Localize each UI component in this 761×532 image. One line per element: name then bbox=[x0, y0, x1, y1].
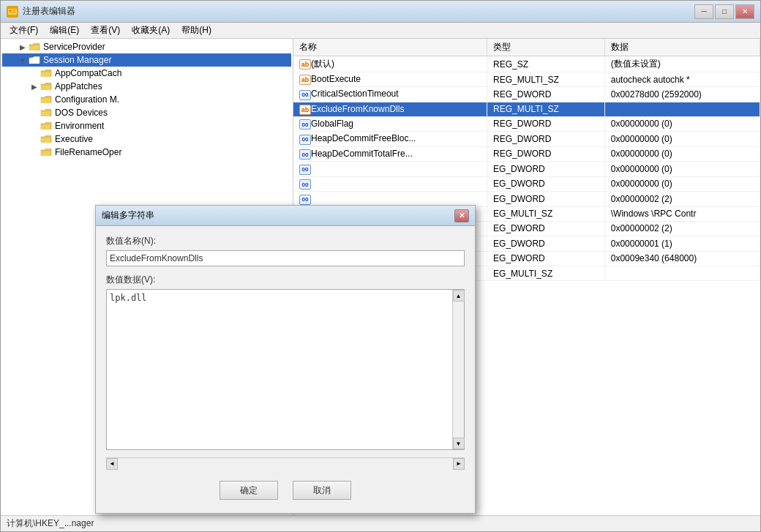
tree-item-label: ServiceProvider bbox=[43, 42, 105, 52]
dialog-close-button[interactable]: ✕ bbox=[454, 209, 469, 222]
table-row[interactable]: 00HeapDeCommitTotalFre...REG_DWORD0x0000… bbox=[293, 146, 760, 162]
tree-toggle bbox=[29, 149, 40, 157]
dialog-cancel-button[interactable]: 取消 bbox=[293, 481, 351, 500]
edit-dialog[interactable]: 编辑多字符串 ✕ 数值名称(N): 数值数据(V): ▲ ▼ ◄ ► 确定 bbox=[95, 205, 476, 514]
cell-type: REG_DWORD bbox=[487, 146, 605, 162]
cell-type: EG_DWORD bbox=[487, 176, 605, 192]
table-row[interactable]: 00EG_DWORD0x00000002 (2) bbox=[293, 192, 760, 207]
cell-type: REG_DWORD bbox=[487, 87, 605, 102]
tree-toggle bbox=[29, 96, 40, 104]
table-row[interactable]: 00EG_DWORD0x00000000 (0) bbox=[293, 176, 760, 192]
cell-type: EG_MULTI_SZ bbox=[487, 266, 605, 281]
tree-toggle bbox=[29, 122, 40, 130]
table-row[interactable]: 00CriticalSectionTimeoutREG_DWORD0x00278… bbox=[293, 87, 760, 102]
tree-item-filerename[interactable]: FileRenameOper bbox=[2, 146, 291, 159]
table-row[interactable]: 00GlobalFlagREG_DWORD0x00000000 (0) bbox=[293, 116, 760, 132]
value-icon: 00 bbox=[299, 195, 311, 205]
tree-item-dos-devices[interactable]: DOS Devices bbox=[2, 106, 291, 119]
menu-edit[interactable]: 编辑(E) bbox=[44, 23, 85, 38]
app-title: 注册表编辑器 bbox=[23, 5, 75, 18]
close-button[interactable]: ✕ bbox=[735, 4, 754, 19]
menu-view[interactable]: 查看(V) bbox=[85, 23, 126, 38]
tree-item-configuration[interactable]: Configuration M. bbox=[2, 93, 291, 106]
tree-item-label: Environment bbox=[55, 121, 104, 131]
dialog-body: 数值名称(N): 数值数据(V): ▲ ▼ ◄ ► 确定 取消 bbox=[96, 226, 475, 513]
menu-favorites[interactable]: 收藏夹(A) bbox=[126, 23, 176, 38]
tree-item-environment[interactable]: Environment bbox=[2, 119, 291, 132]
folder-icon bbox=[40, 108, 52, 118]
cell-name: 00HeapDeCommitTotalFre... bbox=[293, 146, 487, 162]
menu-file[interactable]: 文件(F) bbox=[4, 23, 44, 38]
dialog-name-label: 数值名称(N): bbox=[106, 235, 465, 247]
tree-toggle bbox=[29, 109, 40, 117]
cell-name: 00CriticalSectionTimeout bbox=[293, 87, 487, 102]
cell-type: REG_SZ bbox=[487, 56, 605, 72]
hscrollbar-right-btn[interactable]: ► bbox=[453, 458, 465, 470]
cell-data: 0x00000000 (0) bbox=[604, 146, 760, 162]
dialog-data-textarea[interactable] bbox=[107, 290, 452, 449]
title-controls: ─ □ ✕ bbox=[694, 4, 754, 19]
value-icon: 00 bbox=[299, 149, 311, 160]
cell-type: REG_MULTI_SZ bbox=[487, 102, 605, 116]
tree-item-label: Session Manager bbox=[43, 55, 111, 65]
menu-help[interactable]: 帮助(H) bbox=[176, 23, 217, 38]
folder-icon bbox=[40, 94, 52, 105]
tree-item-executive[interactable]: Executive bbox=[2, 132, 291, 146]
cell-data: 0x00000000 (0) bbox=[604, 176, 760, 192]
svg-rect-2 bbox=[9, 10, 12, 12]
title-bar: 注册表编辑器 ─ □ ✕ bbox=[1, 1, 760, 23]
svg-rect-4 bbox=[12, 11, 15, 12]
col-header-name: 名称 bbox=[293, 39, 487, 56]
scrollbar-down-btn[interactable]: ▼ bbox=[453, 438, 465, 449]
cell-name: 00 bbox=[293, 192, 487, 207]
svg-rect-5 bbox=[9, 12, 15, 13]
dialog-name-input[interactable] bbox=[106, 250, 465, 266]
tree-item-serviceprovider[interactable]: ▶ ServiceProvider bbox=[2, 40, 291, 53]
tree-toggle[interactable]: ▶ bbox=[17, 43, 29, 51]
cell-data: (数值未设置) bbox=[604, 56, 760, 72]
cell-type: EG_DWORD bbox=[487, 162, 605, 177]
tree-toggle[interactable]: ▼ bbox=[17, 56, 29, 64]
table-row[interactable]: abBootExecuteREG_MULTI_SZautocheck autoc… bbox=[293, 72, 760, 87]
dialog-title-text: 编辑多字符串 bbox=[102, 209, 154, 222]
menu-bar: 文件(F) 编辑(E) 查看(V) 收藏夹(A) 帮助(H) bbox=[1, 23, 760, 39]
cell-data bbox=[604, 102, 760, 116]
tree-toggle[interactable]: ▶ bbox=[29, 83, 40, 91]
cell-type: REG_DWORD bbox=[487, 132, 605, 147]
hscrollbar-left-btn[interactable]: ◄ bbox=[106, 458, 118, 470]
status-bar: 计算机\HKEY_...nager bbox=[1, 515, 760, 531]
cell-data: 0x00000001 (1) bbox=[604, 236, 760, 252]
col-header-data: 数据 bbox=[604, 39, 760, 56]
cell-name: abExcludeFromKnownDlls bbox=[293, 102, 487, 116]
cell-type: EG_DWORD bbox=[487, 236, 605, 252]
cell-name: 00HeapDeCommitFreeBloc... bbox=[293, 132, 487, 147]
table-row[interactable]: ab(默认)REG_SZ(数值未设置) bbox=[293, 56, 760, 72]
maximize-button[interactable]: □ bbox=[715, 4, 734, 19]
tree-item-appcompatcach[interactable]: AppCompatCach bbox=[2, 67, 291, 80]
scrollbar-up-btn[interactable]: ▲ bbox=[453, 290, 465, 301]
value-icon: 00 bbox=[299, 135, 311, 145]
table-row[interactable]: abExcludeFromKnownDllsREG_MULTI_SZ bbox=[293, 102, 760, 116]
cell-name: 00 bbox=[293, 176, 487, 192]
cell-type: REG_DWORD bbox=[487, 116, 605, 132]
cell-type: REG_MULTI_SZ bbox=[487, 72, 605, 87]
table-row[interactable]: 00EG_DWORD0x00000000 (0) bbox=[293, 162, 760, 177]
tree-item-label: DOS Devices bbox=[55, 108, 108, 118]
table-row[interactable]: 00HeapDeCommitFreeBloc...REG_DWORD0x0000… bbox=[293, 132, 760, 147]
tree-item-apppatches[interactable]: ▶ AppPatches bbox=[2, 80, 291, 93]
folder-icon bbox=[40, 147, 52, 157]
value-icon: 00 bbox=[299, 165, 311, 175]
dialog-ok-button[interactable]: 确定 bbox=[220, 481, 278, 500]
cell-name: 00GlobalFlag bbox=[293, 116, 487, 132]
folder-icon bbox=[40, 134, 52, 144]
minimize-button[interactable]: ─ bbox=[694, 4, 713, 19]
dialog-title-bar: 编辑多字符串 ✕ bbox=[96, 206, 475, 226]
value-icon: 00 bbox=[299, 90, 311, 100]
cell-data: 0x00000002 (2) bbox=[604, 221, 760, 236]
dialog-hscrollbar: ◄ ► bbox=[106, 457, 465, 469]
tree-item-session-manager[interactable]: ▼ Session Manager bbox=[2, 53, 291, 67]
cell-type: EG_MULTI_SZ bbox=[487, 206, 605, 221]
tree-item-label: Executive bbox=[55, 134, 93, 144]
cell-data: 0x00278d00 (2592000) bbox=[604, 87, 760, 102]
cell-type: EG_DWORD bbox=[487, 251, 605, 266]
